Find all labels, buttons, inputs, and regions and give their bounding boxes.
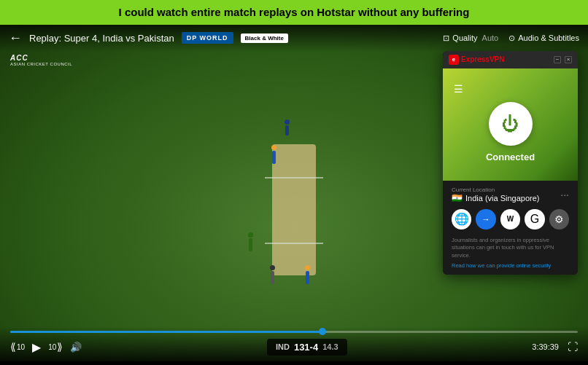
arrow-icon: → — [481, 214, 490, 224]
chrome-icon: 🌐 — [454, 212, 469, 226]
controls-left: ⟪ 10 ▶ 10 ⟫ 🔊 — [10, 340, 82, 354]
skip-forward-icon: ⟫ — [57, 341, 63, 353]
location-row: Current Location 🇮🇳 India (via Singapore… — [452, 187, 569, 203]
progress-bar[interactable] — [10, 331, 578, 333]
crease-bottom — [265, 243, 323, 244]
skip-forward-label: 10 — [48, 343, 56, 351]
power-icon: ⏻ — [502, 114, 519, 134]
audio-label: Audio & Subtitles — [518, 34, 579, 42]
acc-text: ACC — [10, 54, 72, 62]
close-button[interactable]: × — [565, 56, 572, 63]
fullscreen-button[interactable]: ⛶ — [568, 341, 578, 353]
skip-back-icon: ⟪ — [10, 341, 16, 353]
crease-top — [265, 177, 323, 178]
vpn-titlebar: e ExpressVPN − × — [443, 51, 578, 68]
vpn-brand: ExpressVPN — [461, 55, 504, 63]
play-button[interactable]: ▶ — [32, 340, 41, 354]
vpn-body: ☰ ⏻ Connected — [443, 68, 578, 181]
wiki-icon: W — [507, 215, 514, 223]
skip-forward-button[interactable]: 10 ⟫ — [48, 341, 63, 353]
vpn-status: Connected — [486, 152, 535, 162]
quality-button[interactable]: ⊡ Quality Auto — [443, 34, 498, 43]
minimize-button[interactable]: − — [554, 56, 561, 63]
fielder-batsman-top — [271, 145, 276, 164]
player-top-bar: ← Replay: Super 4, India vs Pakistan DP … — [0, 25, 588, 52]
volume-button[interactable]: 🔊 — [70, 342, 82, 353]
top-bar-right: ⊡ Quality Auto ⊙ Audio & Subtitles — [443, 34, 579, 43]
audio-subtitles-button[interactable]: ⊙ Audio & Subtitles — [508, 34, 579, 43]
shortcut-icons-row: 🌐 → W G ⚙ — [452, 209, 569, 229]
fielder-bowler — [248, 232, 253, 251]
top-bar-left: ← Replay: Super 4, India vs Pakistan DP … — [9, 31, 288, 46]
score-runs: 131-4 — [294, 342, 318, 353]
quality-icon: ⊡ — [443, 34, 449, 43]
vpn-panel: e ExpressVPN − × ☰ ⏻ Connected Current L — [443, 51, 578, 275]
audio-icon: ⊙ — [508, 34, 515, 43]
score-badge: IND 131-4 14.3 — [267, 339, 347, 356]
dp-world-logo: DP WORLD — [182, 32, 233, 44]
vpn-logo-icon: e — [449, 55, 459, 65]
banner-text: I could watch entire match replays on Ho… — [119, 6, 470, 18]
location-value: 🇮🇳 India (via Singapore) — [452, 193, 540, 203]
shortcut-gear[interactable]: ⚙ — [549, 209, 569, 229]
vpn-window-controls: − × — [554, 56, 572, 63]
video-player: ← Replay: Super 4, India vs Pakistan DP … — [0, 25, 588, 361]
vpn-footer-text: Journalists and organizers in oppressive… — [452, 237, 569, 260]
cricket-pitch — [272, 144, 316, 275]
replay-title: Replay: Super 4, India vs Pakistan — [29, 33, 174, 44]
location-label: Current Location — [452, 187, 540, 193]
score-team: IND — [276, 342, 290, 351]
timestamp: 3:39:39 — [532, 342, 559, 351]
acc-subtext: ASIAN CRICKET COUNCIL — [10, 62, 72, 66]
vpn-footer-link[interactable]: Read how we can provide online security — [452, 262, 569, 269]
google-icon: G — [530, 213, 539, 226]
acc-logo: ACC ASIAN CRICKET COUNCIL — [10, 54, 72, 66]
quality-value: Auto — [482, 34, 499, 42]
fielder-batsman-bottom — [305, 265, 310, 284]
back-button[interactable]: ← — [9, 31, 22, 46]
progress-fill — [10, 331, 322, 333]
shortcut-google[interactable]: G — [525, 209, 544, 229]
quality-label: Quality — [452, 34, 477, 42]
more-button[interactable]: ··· — [560, 189, 569, 200]
score-overs: 14.3 — [322, 342, 338, 351]
fielder-umpire — [270, 265, 275, 284]
vpn-power-button[interactable]: ⏻ — [489, 102, 533, 146]
location-info: Current Location 🇮🇳 India (via Singapore… — [452, 187, 540, 203]
skip-back-button[interactable]: ⟪ 10 — [10, 341, 25, 353]
progress-dot — [319, 328, 326, 335]
controls-row: ⟪ 10 ▶ 10 ⟫ 🔊 IND 131-4 14.3 — [10, 339, 578, 356]
player-controls: ⟪ 10 ▶ 10 ⟫ 🔊 IND 131-4 14.3 — [0, 326, 588, 361]
shortcut-arrow[interactable]: → — [476, 209, 495, 229]
vpn-logo: e ExpressVPN — [449, 55, 504, 65]
flag-icon: 🇮🇳 — [452, 193, 463, 203]
controls-right: 3:39:39 ⛶ — [532, 341, 578, 353]
shortcut-wikipedia[interactable]: W — [500, 209, 520, 229]
vpn-bottom: Current Location 🇮🇳 India (via Singapore… — [443, 181, 578, 275]
gear-icon: ⚙ — [554, 213, 564, 225]
fielder-wicketkeeper — [285, 119, 290, 136]
top-banner: I could watch entire match replays on Ho… — [0, 0, 588, 25]
location-text: India (via Singapore) — [465, 194, 540, 203]
hamburger-icon[interactable]: ☰ — [454, 83, 463, 95]
bw-logo: Black & White — [241, 34, 288, 43]
vpn-hamburger-menu: ☰ — [454, 83, 567, 95]
shortcut-chrome[interactable]: 🌐 — [452, 209, 471, 229]
skip-back-label: 10 — [17, 343, 25, 351]
